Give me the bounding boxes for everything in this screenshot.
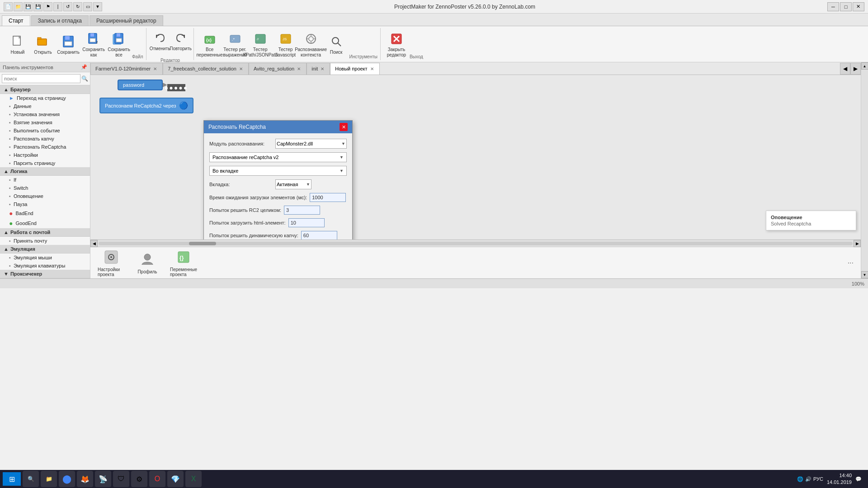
sidebar-item-recaptcha[interactable]: ▪ Распознать ReCaptcha bbox=[0, 143, 90, 151]
canvas-area[interactable]: password ●●●●● Распознаем ReCaptcha2 чер… bbox=[90, 75, 861, 239]
module-select[interactable]: CapMonster2.dll ▼ bbox=[275, 139, 347, 149]
close-editor-button[interactable]: Закрыть редактор bbox=[384, 29, 409, 60]
taskbar-excel[interactable]: X bbox=[185, 471, 202, 487]
sidebar-item-pause[interactable]: ▪ Пауза bbox=[0, 200, 90, 208]
location-select[interactable]: Во вкладке ▼ bbox=[209, 166, 347, 176]
sidebar-pin-icon[interactable]: 📌 bbox=[81, 64, 87, 70]
project-tab-2[interactable]: Avito_reg_solution ✕ bbox=[249, 63, 307, 75]
undo-button[interactable]: Отменить bbox=[150, 25, 170, 56]
dynamic-captcha-input[interactable]: 60 bbox=[301, 231, 337, 239]
sidebar-item-if[interactable]: ▪ If bbox=[0, 176, 90, 184]
vscroll-track[interactable] bbox=[861, 70, 868, 271]
minimize-button[interactable]: ─ bbox=[827, 2, 839, 11]
monitor-q[interactable]: ▭ bbox=[83, 2, 92, 11]
project-vars-btn[interactable]: {} Переменные проекта bbox=[170, 249, 197, 277]
open-button[interactable]: Открыть bbox=[31, 29, 55, 60]
open-icon[interactable]: 📁 bbox=[14, 2, 23, 11]
scroll-thumb[interactable] bbox=[189, 242, 216, 245]
tab-advanced[interactable]: Расширенный редактор bbox=[90, 15, 163, 26]
project-tab-3[interactable]: init ✕ bbox=[307, 63, 330, 75]
tab-nav-right[interactable]: ▶ bbox=[850, 63, 861, 75]
section-proxy[interactable]: ▼ Проксичекер bbox=[0, 270, 90, 278]
sidebar-item-data[interactable]: ▪ Данные bbox=[0, 102, 90, 110]
taskbar-opera[interactable]: O bbox=[149, 471, 165, 487]
dialog-close-button[interactable]: ✕ bbox=[340, 123, 348, 131]
sidebar-item-event[interactable]: ▪ Выполнить событие bbox=[0, 127, 90, 135]
more-options-btn[interactable]: ··· bbox=[848, 259, 854, 267]
vscroll-down[interactable]: ▼ bbox=[861, 271, 868, 278]
close-tab-1[interactable]: ✕ bbox=[238, 66, 244, 71]
sidebar-item-switch[interactable]: ▪ Switch bbox=[0, 184, 90, 192]
tab-nav-left[interactable]: ◀ bbox=[840, 63, 850, 75]
profile-btn[interactable]: Профиль bbox=[134, 251, 161, 274]
close-tab-4[interactable]: ✕ bbox=[369, 66, 375, 71]
close-tab-3[interactable]: ✕ bbox=[320, 66, 325, 71]
new-button[interactable]: Новый bbox=[5, 29, 30, 60]
maximize-button[interactable]: □ bbox=[840, 2, 852, 11]
sidebar-item-keyboard[interactable]: ▪ Эмуляция клавиатуры bbox=[0, 262, 90, 270]
save-button[interactable]: Сохранить bbox=[56, 29, 80, 60]
project-settings-btn[interactable]: Настройки проекта bbox=[98, 249, 125, 277]
html-load-input[interactable]: 10 bbox=[288, 218, 325, 227]
scroll-track[interactable] bbox=[99, 242, 853, 245]
section-logic[interactable]: ▲ Логика bbox=[0, 167, 90, 176]
sidebar-item-mouse[interactable]: ▪ Эмуляция мыши bbox=[0, 253, 90, 262]
sidebar-item-settings[interactable]: ▪ Настройки bbox=[0, 151, 90, 159]
section-browser[interactable]: ▲ Браузер bbox=[0, 85, 90, 94]
close-button[interactable]: ✕ bbox=[853, 2, 864, 11]
redo-q[interactable]: ↻ bbox=[73, 2, 82, 11]
more-q[interactable]: ▼ bbox=[93, 2, 102, 11]
new-icon[interactable]: 📄 bbox=[4, 2, 13, 11]
search-button[interactable]: Поиск bbox=[324, 29, 349, 60]
wait-time-input[interactable]: 1000 bbox=[310, 193, 346, 202]
all-vars-button[interactable]: {x} Все переменные bbox=[198, 29, 222, 60]
sidebar-item-alert[interactable]: ▪ Оповещение bbox=[0, 192, 90, 200]
section-mail[interactable]: ▲ Работа с почтой bbox=[0, 228, 90, 237]
sidebar-item-parse[interactable]: ▪ Парсить страницу bbox=[0, 159, 90, 167]
taskbar-windows-security[interactable]: 🛡 bbox=[113, 471, 129, 487]
sidebar-item-bad-end[interactable]: ● BadEnd bbox=[0, 208, 90, 218]
search-input[interactable] bbox=[2, 74, 80, 83]
recognition-button[interactable]: Распознавание контекста bbox=[299, 29, 323, 60]
project-tab-0[interactable]: FarmerV1.0-120mintimer ✕ bbox=[90, 63, 163, 75]
project-tab-1[interactable]: 7_freebcash_collector_solution ✕ bbox=[163, 63, 249, 75]
close-tab-0[interactable]: ✕ bbox=[152, 66, 158, 71]
taskbar-app5[interactable]: ⚙ bbox=[131, 471, 147, 487]
sidebar-item-receive-mail[interactable]: ▪ Принять почту bbox=[0, 237, 90, 245]
taskbar-teamviewer[interactable]: 📡 bbox=[95, 471, 111, 487]
scroll-left-btn[interactable]: ◀ bbox=[90, 240, 98, 247]
js-tester-button[interactable]: JS Тестер Javascript bbox=[274, 29, 298, 60]
save-icon[interactable]: 💾 bbox=[24, 2, 33, 11]
save-disc[interactable]: 💾 bbox=[33, 2, 42, 11]
xpath-tester-button[interactable]: // Тестер XPath/JSONPath bbox=[248, 29, 273, 60]
rc2-input[interactable]: 3 bbox=[284, 206, 320, 215]
notification-icon[interactable]: 💬 bbox=[855, 476, 862, 482]
project-tab-4[interactable]: Новый проект ✕ bbox=[330, 63, 379, 75]
node-password[interactable]: password bbox=[118, 80, 163, 90]
taskbar-file-explorer[interactable]: 📁 bbox=[41, 471, 57, 487]
vscroll-up[interactable]: ▲ bbox=[861, 62, 868, 70]
close-tab-2[interactable]: ✕ bbox=[296, 66, 302, 71]
redo-button[interactable]: Повторить bbox=[171, 25, 191, 56]
taskbar-search[interactable]: 🔍 bbox=[23, 471, 39, 487]
flag-icon[interactable]: ⚑ bbox=[43, 2, 52, 11]
save-as-button[interactable]: 2 Сохранить как bbox=[81, 29, 106, 60]
taskbar-app7[interactable]: 💎 bbox=[167, 471, 184, 487]
taskbar-chrome[interactable]: ⬤ bbox=[59, 471, 75, 487]
tab-select[interactable]: Активная ▼ bbox=[275, 179, 311, 189]
sidebar-item-captcha[interactable]: ▪ Распознать капчу bbox=[0, 135, 90, 143]
tab-start[interactable]: Старт bbox=[2, 15, 30, 26]
recognition-type-select[interactable]: Распознавание reCaptcha v2 ▼ bbox=[209, 152, 347, 162]
sidebar-item-set-value[interactable]: ▪ Установка значения bbox=[0, 110, 90, 118]
undo-q[interactable]: ↺ bbox=[63, 2, 72, 11]
tab-record[interactable]: Запись и отладка bbox=[31, 15, 89, 26]
save-all-button[interactable]: Сохранить все bbox=[107, 29, 131, 60]
sidebar-item-get-value[interactable]: ▪ Взятие значения bbox=[0, 118, 90, 127]
scroll-right-btn[interactable]: ▶ bbox=[854, 240, 861, 247]
taskbar-firefox[interactable]: 🦊 bbox=[77, 471, 93, 487]
node-recaptcha[interactable]: Распознаем ReCaptcha2 через 🔵 bbox=[99, 98, 193, 113]
section-emulation[interactable]: ▲ Эмуляция bbox=[0, 245, 90, 253]
sidebar-item-goto-page[interactable]: ► Переход на страницу bbox=[0, 94, 90, 102]
start-button[interactable]: ⊞ bbox=[3, 472, 21, 486]
sidebar-item-good-end[interactable]: ● GoodEnd bbox=[0, 218, 90, 228]
